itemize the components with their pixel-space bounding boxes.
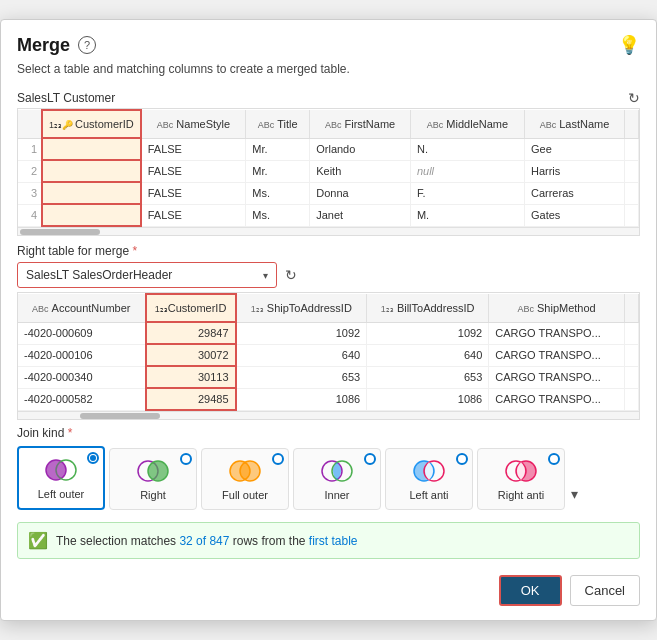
cell-middlename: M. [410,204,524,226]
top-table-container: 1₂₃🔑CustomerID ABcNameStyle ABcTitle ABc… [17,108,640,236]
right-table-container: ABcAccountNumber 1₂₃CustomerID 1₂₃ShipTo… [17,292,640,420]
cell-firstname: Donna [310,182,411,204]
top-table: 1₂₃🔑CustomerID ABcNameStyle ABcTitle ABc… [18,109,639,227]
radio-dot-right-anti [548,453,560,465]
dialog-title: Merge [17,35,70,56]
cell-lastname: Carreras [524,182,624,204]
cell-lastname: Gee [524,138,624,160]
expand-join-kinds-button[interactable]: ▾ [569,478,580,510]
row-num: 4 [18,204,42,226]
table-row: 1 FALSE Mr. Orlando N. Gee [18,138,639,160]
top-col-more[interactable] [625,110,639,138]
right-col-shipmethod[interactable]: ABcShipMethod [489,294,625,322]
merge-dialog: Merge ? 💡 Select a table and matching co… [0,19,657,621]
cell-firstname: Janet [310,204,411,226]
radio-dot-full-outer [272,453,284,465]
ok-button[interactable]: OK [499,575,562,606]
join-item-full-outer[interactable]: Full outer [201,448,289,510]
cell-middlename: N. [410,138,524,160]
table-row: -4020-000106 30072 640 640 CARGO TRANSPO… [18,344,639,366]
status-prefix: The selection matches [56,534,179,548]
join-item-right-anti[interactable]: Right anti [477,448,565,510]
cell-customerid [42,182,141,204]
right-col-more[interactable] [625,294,639,322]
join-item-label-right-anti: Right anti [498,489,544,501]
scrollbar-thumb [20,229,100,235]
table-row: 3 FALSE Ms. Donna F. Carreras [18,182,639,204]
join-item-label-right: Right [140,489,166,501]
cell-extra [625,366,639,388]
cell-customerid: 30113 [146,366,236,388]
table-row: -4020-000609 29847 1092 1092 CARGO TRANS… [18,322,639,344]
join-item-left-outer[interactable]: Left outer [17,446,105,510]
check-icon: ✅ [28,531,48,550]
title-row: Merge ? [17,35,96,56]
dialog-subtitle: Select a table and matching columns to c… [1,62,656,86]
cell-firstname: Orlando [310,138,411,160]
cell-lastname: Harris [524,160,624,182]
cell-shipmethod: CARGO TRANSPO... [489,344,625,366]
radio-dot-right [180,453,192,465]
lightbulb-icon[interactable]: 💡 [618,34,640,56]
refresh-icon-right[interactable]: ↻ [285,267,297,283]
top-col-rownum [18,110,42,138]
cell-extra [625,322,639,344]
cell-shipmethod: CARGO TRANSPO... [489,388,625,410]
cell-shiptoaddressid: 1086 [236,388,367,410]
required-star: * [132,244,137,258]
right-table-scrollbar[interactable] [18,411,639,419]
join-item-label-full-outer: Full outer [222,489,268,501]
right-col-accountnumber[interactable]: ABcAccountNumber [18,294,146,322]
cell-accountnumber: -4020-000106 [18,344,146,366]
cell-customerid: 29485 [146,388,236,410]
right-col-shiptoaddressid[interactable]: 1₂₃ShipToAddressID [236,294,367,322]
top-col-namestyle[interactable]: ABcNameStyle [141,110,246,138]
top-col-lastname[interactable]: ABcLastName [524,110,624,138]
right-col-billtoaddressid[interactable]: 1₂₃BillToAddressID [367,294,489,322]
join-item-left-anti[interactable]: Left anti [385,448,473,510]
cell-title: Ms. [246,204,310,226]
right-table-dropdown[interactable]: SalesLT SalesOrderHeader ▾ [17,262,277,288]
cell-accountnumber: -4020-000609 [18,322,146,344]
cell-extra [625,204,639,226]
cell-shiptoaddressid: 640 [236,344,367,366]
cell-middlename: null [410,160,524,182]
cell-customerid [42,138,141,160]
join-item-label-inner: Inner [324,489,349,501]
top-col-customerid[interactable]: 1₂₃🔑CustomerID [42,110,141,138]
top-table-scrollbar[interactable] [18,227,639,235]
top-table-scroll[interactable]: 1₂₃🔑CustomerID ABcNameStyle ABcTitle ABc… [18,109,639,227]
right-table-scroll[interactable]: ABcAccountNumber 1₂₃CustomerID 1₂₃ShipTo… [18,293,639,411]
cell-billtoaddressid: 640 [367,344,489,366]
top-col-middlename[interactable]: ABcMiddleName [410,110,524,138]
join-item-label-left-outer: Left outer [38,488,84,500]
status-table-ref: first table [309,534,358,548]
cell-namestyle: FALSE [141,204,246,226]
cell-extra [625,388,639,410]
radio-dot-left-outer [87,452,99,464]
cell-lastname: Gates [524,204,624,226]
cancel-button[interactable]: Cancel [570,575,640,606]
join-item-right[interactable]: Right [109,448,197,510]
cell-billtoaddressid: 1092 [367,322,489,344]
cell-customerid: 30072 [146,344,236,366]
scrollbar-thumb-right [80,413,160,419]
cell-extra [625,182,639,204]
join-icon-left-anti [411,457,447,485]
right-col-customerid[interactable]: 1₂₃CustomerID [146,294,236,322]
right-table: ABcAccountNumber 1₂₃CustomerID 1₂₃ShipTo… [18,293,639,411]
radio-dot-left-anti [456,453,468,465]
radio-dot-inner [364,453,376,465]
status-suffix: rows from the [229,534,308,548]
top-col-title[interactable]: ABcTitle [246,110,310,138]
join-kind-row: Left outer Right Full outer [17,446,640,510]
row-num: 3 [18,182,42,204]
join-required-star: * [68,426,73,440]
cell-namestyle: FALSE [141,182,246,204]
refresh-icon-top[interactable]: ↻ [628,90,640,106]
help-icon[interactable]: ? [78,36,96,54]
join-item-inner[interactable]: Inner [293,448,381,510]
top-col-firstname[interactable]: ABcFirstName [310,110,411,138]
status-bar: ✅ The selection matches 32 of 847 rows f… [17,522,640,559]
cell-title: Ms. [246,182,310,204]
